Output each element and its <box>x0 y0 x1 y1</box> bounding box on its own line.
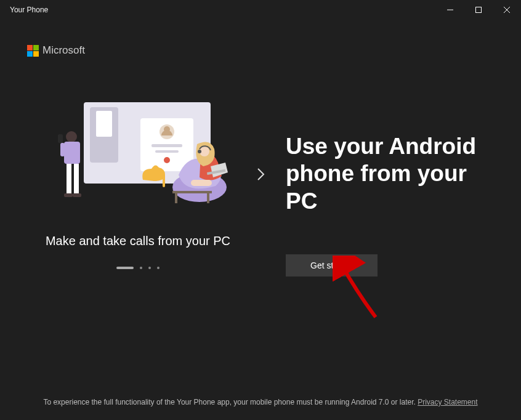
footer-text: To experience the full functionality of … <box>43 398 418 406</box>
titlebar: Your Phone <box>0 0 521 20</box>
svg-point-21 <box>198 150 201 153</box>
hero-illustration <box>46 100 230 211</box>
maximize-button[interactable] <box>464 0 493 20</box>
svg-point-9 <box>164 157 170 163</box>
close-button[interactable] <box>493 0 521 20</box>
svg-rect-23 <box>191 180 212 186</box>
carousel-pager <box>116 267 160 269</box>
pager-dot-1[interactable] <box>116 267 134 269</box>
window-controls <box>436 0 521 20</box>
pager-dot-4[interactable] <box>157 267 160 269</box>
svg-rect-18 <box>163 175 165 187</box>
microsoft-logo-text: Microsoft <box>42 44 85 57</box>
svg-rect-16 <box>64 193 73 197</box>
hero-caption: Make and take calls from your PC <box>46 234 230 248</box>
app-title: Your Phone <box>10 6 48 14</box>
svg-rect-13 <box>74 164 79 195</box>
microsoft-logo: Microsoft <box>27 44 494 57</box>
svg-rect-25 <box>175 193 177 203</box>
hero-column: Make and take calls from your PC <box>27 100 249 269</box>
svg-rect-17 <box>73 193 81 197</box>
get-started-button[interactable]: Get started <box>286 254 378 277</box>
svg-rect-14 <box>60 143 65 156</box>
svg-rect-11 <box>64 142 80 164</box>
minimize-icon <box>447 7 453 13</box>
svg-rect-3 <box>96 111 112 137</box>
maximize-icon <box>475 7 482 13</box>
heading-column: Use your Android phone from your PC Get … <box>273 100 494 277</box>
svg-rect-26 <box>207 193 209 203</box>
svg-point-10 <box>66 131 77 142</box>
pager-dot-2[interactable] <box>140 267 142 269</box>
svg-rect-24 <box>172 191 212 193</box>
app-window: Your Phone Microsoft <box>0 0 521 420</box>
svg-rect-7 <box>151 144 182 147</box>
svg-rect-15 <box>58 134 63 143</box>
microsoft-logo-icon <box>27 45 39 57</box>
page-heading: Use your Android phone from your PC <box>286 133 494 215</box>
main-row: Make and take calls from your PC Use you… <box>27 100 494 277</box>
svg-rect-0 <box>476 7 482 13</box>
svg-rect-8 <box>155 150 179 153</box>
carousel-next[interactable] <box>249 100 273 181</box>
svg-rect-12 <box>67 164 71 195</box>
pager-dot-3[interactable] <box>148 267 151 269</box>
close-icon <box>504 7 510 13</box>
privacy-statement-link[interactable]: Privacy Statement <box>418 398 477 406</box>
chevron-right-icon <box>257 168 265 181</box>
minimize-button[interactable] <box>436 0 464 20</box>
content-area: Microsoft <box>0 20 521 420</box>
footer: To experience the full functionality of … <box>0 398 521 406</box>
